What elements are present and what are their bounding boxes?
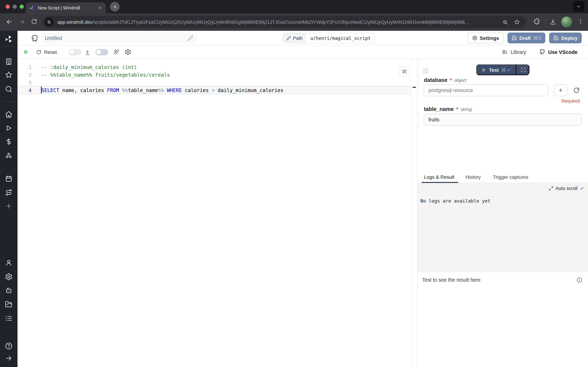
play-icon — [481, 67, 486, 72]
address-bar[interactable]: app.windmill.dev/scripts/add#JTdCJTIyaGF… — [43, 16, 526, 28]
status-dot — [24, 50, 28, 54]
path-edit-pencil-icon — [286, 36, 291, 40]
sidebar-item-help-icon[interactable] — [5, 342, 13, 350]
reload-icon[interactable] — [31, 18, 37, 25]
editor-scrollbar[interactable] — [411, 59, 412, 367]
windmill-favicon — [29, 5, 35, 11]
window-controls — [6, 5, 24, 9]
sidebar-item-resources-icon[interactable] — [5, 152, 13, 160]
forward-icon[interactable] — [18, 18, 25, 25]
browser-menu-icon[interactable] — [578, 18, 584, 25]
profile-avatar[interactable] — [561, 16, 573, 28]
use-vscode-button[interactable]: Use VScode — [539, 49, 578, 55]
info-icon[interactable] — [576, 277, 582, 283]
refresh-resources-icon[interactable] — [573, 87, 580, 94]
toolbar-divider — [545, 19, 545, 25]
reset-refresh-icon — [36, 49, 42, 55]
sidebar-item-schedules-icon[interactable] — [5, 175, 13, 183]
database-resource-input[interactable] — [424, 84, 548, 96]
capture-run-button[interactable] — [517, 64, 529, 75]
save-icon — [512, 35, 517, 41]
extensions-icon[interactable] — [533, 18, 540, 25]
sidebar-item-workers-bot-icon[interactable] — [5, 286, 13, 294]
code-editor[interactable]: 1 2 3 4 -- :daily_minimum_calories (int)… — [17, 59, 417, 367]
editor-settings-gear-icon[interactable] — [125, 49, 131, 55]
reset-button[interactable]: Reset — [36, 49, 57, 55]
browser-tab[interactable]: New Script | Windmill — [26, 2, 106, 13]
tab-history[interactable]: History — [465, 174, 481, 180]
logs-area: Auto scroll No logs are available yet — [418, 183, 588, 272]
tab-trigger-captures[interactable]: Trigger captures — [493, 174, 528, 180]
line-number: 2 — [17, 71, 32, 79]
download-icon[interactable] — [549, 18, 556, 25]
test-button[interactable]: Test — [476, 64, 517, 75]
sidebar-item-runs-icon[interactable] — [5, 124, 13, 132]
draft-button[interactable]: Draft S — [507, 33, 546, 43]
sidebar-item-create-plus-icon[interactable] — [5, 202, 13, 210]
sidebar-item-variables-icon[interactable] — [5, 138, 13, 146]
collapse-panel-icon[interactable] — [422, 67, 429, 74]
sidebar-item-home-icon[interactable] — [5, 110, 13, 118]
chevron-down-icon — [576, 4, 581, 9]
magic-wand-icon — [401, 69, 407, 75]
field-label-table-name: table_name* string — [424, 106, 472, 112]
sidebar-item-search-icon[interactable] — [5, 85, 13, 93]
expand-logs-icon[interactable] — [549, 186, 553, 191]
diff-symbol: ± — [85, 49, 89, 55]
code-line: -- :daily_minimum_calories (int) — [41, 63, 137, 71]
settings-button[interactable]: Settings — [467, 33, 504, 43]
header-actions: Settings Draft S Deploy — [467, 33, 582, 43]
check-icon — [580, 186, 584, 191]
sidebar-item-workspace-icon[interactable] — [5, 58, 13, 66]
script-name-input[interactable] — [41, 33, 196, 43]
sidebar-item-favorites-star-icon[interactable] — [5, 71, 13, 79]
postgresql-icon — [30, 34, 38, 42]
line-number: 1 — [17, 63, 32, 71]
minimize-window-button[interactable] — [13, 5, 17, 9]
return-icon — [507, 67, 511, 72]
vscode-label: Use VScode — [548, 49, 578, 55]
path-chip[interactable]: Path u/henri/magical_script — [282, 33, 375, 43]
close-tab-icon[interactable] — [98, 6, 102, 10]
draft-label: Draft — [519, 35, 531, 41]
browser-tabstrip: New Script | Windmill — [0, 0, 588, 13]
sidebar-item-audit-logs-icon[interactable] — [5, 315, 13, 322]
new-tab-button[interactable] — [110, 2, 120, 12]
main-column: Path u/henri/magical_script Settings Dra… — [17, 31, 588, 367]
tab-logs-result[interactable]: Logs & Result — [424, 174, 454, 180]
ai-assistant-button[interactable] — [399, 67, 410, 77]
url-path: /scripts/add#JTdCJTIyaGFzaCUyMiUzQSUyMiU… — [92, 19, 469, 25]
close-window-button[interactable] — [6, 5, 10, 9]
table-name-input[interactable] — [424, 114, 581, 125]
result-placeholder-text: Test to see the result here — [422, 277, 480, 283]
auto-scroll-control[interactable]: Auto scroll — [549, 186, 584, 191]
sidebar-item-settings-gear-icon[interactable] — [5, 273, 13, 281]
sidebar-item-folders-icon[interactable] — [5, 300, 13, 308]
panel-tabs: Logs & Result History Trigger captures — [418, 172, 588, 183]
github-cat-icon — [539, 49, 545, 55]
back-icon[interactable] — [6, 18, 13, 25]
windmill-app: Path u/henri/magical_script Settings Dra… — [0, 31, 588, 367]
test-shortcut — [502, 67, 511, 72]
field-label-database: database* object — [424, 77, 467, 83]
add-resource-button[interactable] — [554, 84, 567, 96]
zoom-icon[interactable] — [502, 19, 508, 25]
diff-toggle[interactable] — [69, 49, 81, 55]
library-button[interactable]: Library — [502, 49, 526, 55]
sidebar-expand-arrow-icon[interactable] — [5, 354, 13, 362]
zoom-window-button[interactable] — [20, 5, 24, 9]
script-name-field[interactable] — [41, 33, 196, 43]
deploy-button[interactable]: Deploy — [549, 33, 582, 43]
windmill-logo-icon[interactable] — [4, 35, 13, 44]
bookmark-star-icon[interactable] — [514, 19, 520, 25]
site-info-button[interactable] — [44, 17, 54, 27]
tab-title: New Script | Windmill — [38, 5, 96, 10]
overview-ruler-mark — [413, 87, 416, 88]
multiplayer-toggle[interactable] — [96, 49, 108, 55]
tab-search-button[interactable] — [573, 1, 585, 12]
script-header: Path u/henri/magical_script Settings Dra… — [17, 31, 588, 45]
edit-pencil-icon[interactable] — [188, 35, 193, 41]
sidebar-item-user-icon[interactable] — [5, 259, 13, 267]
run-panel: Test — [417, 59, 588, 367]
sidebar-item-routes-icon[interactable] — [5, 189, 13, 196]
